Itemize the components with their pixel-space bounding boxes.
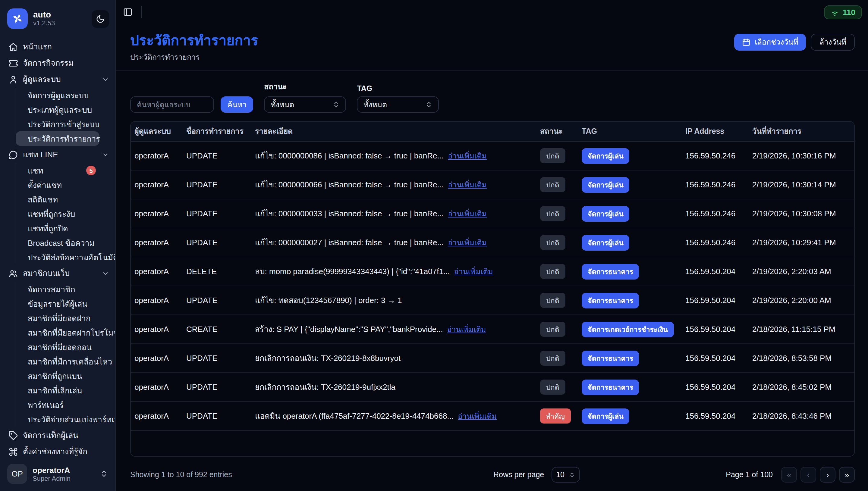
prev-page-button[interactable]: ‹ <box>801 467 816 483</box>
sidebar-subitem[interactable]: สมาชิกที่ถูกแบน <box>16 369 100 383</box>
table-row[interactable]: operatorA UPDATE แก้ไข: 0000000066 | isB… <box>131 171 854 199</box>
table-row[interactable]: operatorA UPDATE แก้ไข: 0000000086 | isB… <box>131 142 854 171</box>
sidebar-subitem[interactable]: สถิติแชท <box>16 192 100 207</box>
sidebar-subitem-label: สมาชิกที่มียอดถอน <box>28 341 92 353</box>
user-menu[interactable]: OP operatorA Super Admin <box>0 459 115 485</box>
tag-pill[interactable]: จัดการผู้เล่น <box>582 177 629 193</box>
cell-action: UPDATE <box>186 151 255 160</box>
first-page-button[interactable]: « <box>781 467 797 483</box>
filter-bar: ค้นหา สถานะ ทั้งหมด TAG ทั้งหมด <box>130 81 855 113</box>
table-row[interactable]: operatorA UPDATE ยกเลิกการถอนเงิน: TX-26… <box>131 344 854 373</box>
sidebar-subitem[interactable]: ข้อมูลรายได้ผู้เล่น <box>16 296 100 311</box>
table-row[interactable]: operatorA DELETE ลบ: momo paradise(99999… <box>131 257 854 286</box>
read-more-link[interactable]: อ่านเพิ่มเติม <box>447 323 486 335</box>
sidebar-subitem[interactable]: ประวัติส่งข้อความอัตโนมัติ <box>16 250 100 264</box>
detail-text: ยกเลิกการถอนเงิน: TX-260219-9ufjxx2tla <box>255 381 395 394</box>
read-more-link[interactable]: อ่านเพิ่มเติม <box>448 179 487 191</box>
column-header: รายละเอียด <box>255 125 540 137</box>
tag-pill[interactable]: จัดการธนาคาร <box>582 379 639 395</box>
read-more-link[interactable]: อ่านเพิ่มเติม <box>448 207 487 220</box>
cell-status: ปกติ <box>540 293 582 308</box>
sidebar-item[interactable]: แชท LINE <box>0 146 115 163</box>
chat-icon <box>8 150 18 160</box>
sidebar-subitem[interactable]: สมาชิกที่มีการเคลื่อนไหว <box>16 354 100 369</box>
sidebar-subitem[interactable]: Broadcast ข้อความ <box>16 236 100 250</box>
tag-pill[interactable]: จัดการผู้เล่น <box>582 148 629 164</box>
sidebar-subitem[interactable]: ประเภทผู้ดูแลระบบ <box>16 103 100 117</box>
read-more-link[interactable]: อ่านเพิ่มเติม <box>458 410 497 422</box>
sidebar-item[interactable]: หน้าแรก <box>0 38 115 55</box>
sidebar-subitem[interactable]: สมาชิกที่มียอดฝากโปรโมชั่น <box>16 325 100 340</box>
sidebar-subitem-label: ตั้งค่าแชท <box>28 179 62 191</box>
rows-per-page-select[interactable]: 10 <box>551 467 580 483</box>
sidebar-item[interactable]: สมาชิกบนเว็บ <box>0 265 115 281</box>
tag-select[interactable]: ทั้งหมด <box>357 96 439 113</box>
sidebar-subitem-label: แชทที่ถูกปิด <box>28 222 68 235</box>
tag-pill[interactable]: จัดการธนาคาร <box>582 350 639 366</box>
sidebar-subitem[interactable]: สมาชิกที่มียอดถอน <box>16 340 100 354</box>
sidebar-subitem[interactable]: จัดการสมาชิก <box>16 282 100 296</box>
sidebar-item[interactable]: จัดการกิจกรรม <box>0 55 115 71</box>
sidebar-subitem-label: ข้อมูลรายได้ผู้เล่น <box>28 297 87 310</box>
read-more-link[interactable]: อ่านเพิ่มเติม <box>448 236 487 249</box>
sidebar-subitem[interactable]: ประวัติการทำรายการ <box>16 131 100 146</box>
read-more-link[interactable]: อ่านเพิ่มเติม <box>454 265 493 278</box>
sidebar-item[interactable]: ตั้งค่าช่องทางที่รู้จัก <box>0 443 115 459</box>
cell-date: 2/18/2026, 11:15:15 PM <box>752 325 854 334</box>
sidebar-item-label: ผู้ดูแลระบบ <box>23 73 102 86</box>
sidebar-subitem[interactable]: ประวัติการเข้าสู่ระบบ <box>16 117 100 131</box>
tag-pill[interactable]: จัดการเกตเวย์การชำระเงิน <box>582 321 674 337</box>
table-row[interactable]: operatorA CREATE สร้าง: S PAY | {"displa… <box>131 315 854 344</box>
status-badge: ปกติ <box>540 379 565 395</box>
table-row[interactable]: operatorA UPDATE แก้ไข: ทดสอบ(1234567890… <box>131 286 854 315</box>
clear-date-button[interactable]: ล้างวันที่ <box>811 34 855 51</box>
sidebar-subitem[interactable]: แชทที่ถูกระงับ <box>16 207 100 221</box>
date-range-button[interactable]: เลือกช่วงวันที่ <box>734 34 806 51</box>
cell-status: ปกติ <box>540 264 582 279</box>
sidebar-subitem[interactable]: จัดการผู้ดูแลระบบ <box>16 88 100 103</box>
sidebar-item[interactable]: จัดการแท็กผู้เล่น <box>0 427 115 443</box>
cell-date: 2/18/2026, 8:43:46 PM <box>752 411 854 421</box>
calendar-icon <box>742 38 751 47</box>
cell-action: DELETE <box>186 267 255 276</box>
sidebar-subitem[interactable]: ประวัติจ่ายส่วนแบ่งพาร์ทเนอร์ <box>16 412 100 427</box>
last-page-button[interactable]: » <box>839 467 855 483</box>
sidebar-subitem-label: สมาชิกที่มียอดฝาก <box>28 312 91 324</box>
tag-pill[interactable]: จัดการผู้เล่น <box>582 235 629 250</box>
cell-tag: จัดการธนาคาร <box>582 292 685 308</box>
sidebar-item[interactable]: ผู้ดูแลระบบ <box>0 71 115 87</box>
search-button[interactable]: ค้นหา <box>221 96 253 113</box>
sidebar-toggle-button[interactable] <box>123 7 133 17</box>
sidebar-subitem[interactable]: แชท5 <box>16 163 100 178</box>
read-more-link[interactable]: อ่านเพิ่มเติม <box>448 150 487 162</box>
status-select[interactable]: ทั้งหมด <box>264 96 346 113</box>
table-row[interactable]: operatorA UPDATE แก้ไข: 0000000027 | isB… <box>131 228 854 257</box>
tag-pill[interactable]: จัดการธนาคาร <box>582 264 639 279</box>
sidebar-subitem[interactable]: ตั้งค่าแชท <box>16 178 100 192</box>
cell-ip: 156.59.50.246 <box>685 238 752 247</box>
sidebar-subitem[interactable]: สมาชิกที่เลิกเล่น <box>16 383 100 398</box>
cell-status: ปกติ <box>540 177 582 192</box>
cell-admin: operatorA <box>134 325 186 334</box>
table-row[interactable]: operatorA UPDATE แอดมิน operatorA (ffa47… <box>131 402 854 431</box>
sidebar-subitem[interactable]: แชทที่ถูกปิด <box>16 221 100 236</box>
tag-pill[interactable]: จัดการผู้เล่น <box>582 206 629 222</box>
page-subtitle: ประวัติการทำรายการ <box>130 51 258 63</box>
table-row[interactable]: operatorA UPDATE แก้ไข: 0000000033 | isB… <box>131 199 854 228</box>
table-row[interactable]: operatorA UPDATE ยกเลิกการถอนเงิน: TX-26… <box>131 373 854 402</box>
theme-toggle-button[interactable] <box>92 10 109 27</box>
page-title: ประวัติการทำรายการ <box>130 32 258 48</box>
app-root: auto v1.2.53 หน้าแรกจัดการกิจกรรมผู้ดูแล… <box>0 0 868 491</box>
cell-action: UPDATE <box>186 354 255 363</box>
status-filter-label: สถานะ <box>264 81 346 93</box>
panel-left-icon <box>123 7 133 17</box>
sidebar-subitem[interactable]: พาร์ทเนอร์ <box>16 398 100 412</box>
detail-text: แก้ไข: 0000000033 | isBanned: false → tr… <box>255 207 444 220</box>
next-page-button[interactable]: › <box>820 467 836 483</box>
sidebar-subitem[interactable]: สมาชิกที่มียอดฝาก <box>16 311 100 325</box>
search-input[interactable] <box>130 96 214 113</box>
tag-filter-label: TAG <box>357 84 439 93</box>
tag-pill[interactable]: จัดการผู้เล่น <box>582 408 629 424</box>
sidebar-subitem-label: ประเภทผู้ดูแลระบบ <box>28 103 92 116</box>
tag-pill[interactable]: จัดการธนาคาร <box>582 292 639 308</box>
